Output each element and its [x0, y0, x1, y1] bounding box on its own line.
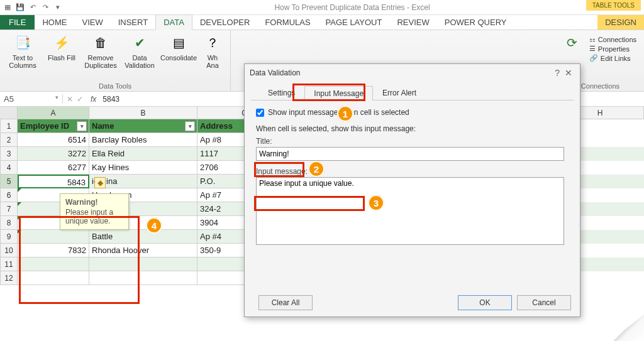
- flash-fill-button[interactable]: ⚡Flash Fill: [44, 33, 79, 62]
- tooltip-title: Warning!: [65, 198, 123, 207]
- show-input-message-checkbox[interactable]: Show input message when cell is selected: [256, 108, 569, 117]
- when-cell-selected-label: When cell is selected, show this input m…: [256, 124, 569, 133]
- tab-insert[interactable]: INSERT: [111, 15, 155, 30]
- tab-file[interactable]: FILE: [0, 15, 35, 30]
- select-all-corner[interactable]: [0, 107, 18, 119]
- row-header[interactable]: 12: [0, 271, 18, 285]
- edit-links-button[interactable]: 🔗 Edit Links: [589, 54, 636, 62]
- table-header-name[interactable]: Name: [89, 119, 197, 133]
- qat-dropdown-icon[interactable]: ▾: [53, 3, 63, 13]
- tab-home[interactable]: HOME: [35, 15, 74, 30]
- window-title: How To Prevent Duplicate Data Entries - …: [63, 3, 641, 12]
- validation-marker-icon: [18, 188, 21, 192]
- refresh-all-button[interactable]: ⟳: [562, 33, 583, 53]
- help-icon[interactable]: ?: [552, 68, 562, 78]
- tab-view[interactable]: VIEW: [74, 15, 110, 30]
- tab-formulas[interactable]: FORMULAS: [257, 15, 318, 30]
- remove-duplicates-button[interactable]: 🗑Remove Duplicates: [83, 33, 118, 69]
- cell[interactable]: [89, 271, 197, 285]
- cell[interactable]: 3272: [18, 147, 89, 161]
- properties-button[interactable]: ☰ Properties: [589, 45, 636, 53]
- tab-developer[interactable]: DEVELOPER: [192, 15, 257, 30]
- input-message-tooltip: Warning! Please input a unique value.: [60, 193, 129, 230]
- save-icon[interactable]: 💾: [15, 3, 25, 13]
- ribbon-tabs: FILE HOME VIEW INSERT DATA DEVELOPER FOR…: [0, 15, 644, 30]
- page-curl-decoration: [610, 315, 644, 341]
- undo-icon[interactable]: ↶: [28, 3, 38, 13]
- clear-all-button[interactable]: Clear All: [258, 295, 313, 310]
- fx-icon[interactable]: fx: [87, 95, 100, 104]
- cell[interactable]: Kay Hines: [89, 161, 197, 175]
- validation-marker-icon: [18, 202, 21, 206]
- whatif-button[interactable]: ？WhAna: [200, 33, 225, 69]
- redo-icon[interactable]: ↷: [40, 3, 50, 13]
- excel-icon: ▦: [3, 3, 13, 13]
- cell[interactable]: Barclay Robles: [89, 133, 197, 147]
- row-header[interactable]: 6: [0, 188, 18, 202]
- input-message-field-label: Input message:: [256, 167, 569, 176]
- ribbon-group-label: Data Tools: [5, 81, 225, 90]
- cell[interactable]: Battle: [89, 230, 197, 244]
- row-header[interactable]: 8: [0, 216, 18, 230]
- cell[interactable]: Rhonda Hoover: [89, 244, 197, 257]
- cancel-button[interactable]: Cancel: [517, 295, 571, 310]
- row-header[interactable]: 4: [0, 161, 18, 175]
- dialog-tab-input-message[interactable]: Input Message: [304, 86, 373, 100]
- formula-value[interactable]: 5843: [100, 95, 122, 104]
- title-field-label: Title:: [256, 137, 569, 146]
- col-header-a[interactable]: A: [18, 107, 89, 119]
- show-input-message-check[interactable]: [256, 109, 264, 117]
- quick-access-toolbar: ▦ 💾 ↶ ↷ ▾: [3, 3, 63, 13]
- row-header[interactable]: 10: [0, 244, 18, 257]
- contextual-tab-header: TABLE TOOLS: [586, 0, 641, 11]
- data-validation-dialog: Data Validation ? ✕ Settings Input Messa…: [244, 63, 580, 317]
- tab-design[interactable]: DESIGN: [597, 15, 644, 30]
- title-bar: ▦ 💾 ↶ ↷ ▾ How To Prevent Duplicate Data …: [0, 0, 644, 15]
- ok-button[interactable]: OK: [458, 295, 512, 310]
- dialog-tab-error-alert[interactable]: Error Alert: [373, 85, 426, 100]
- row-header[interactable]: 9: [0, 230, 18, 244]
- input-message-textarea[interactable]: [256, 177, 564, 245]
- close-icon[interactable]: ✕: [562, 68, 575, 78]
- row-header[interactable]: 3: [0, 147, 18, 161]
- col-header-b[interactable]: B: [89, 107, 197, 119]
- enter-formula-icon[interactable]: ✓: [77, 95, 83, 104]
- cell[interactable]: 6514: [18, 133, 89, 147]
- dialog-title: Data Validation: [250, 68, 301, 77]
- tab-page-layout[interactable]: PAGE LAYOUT: [318, 15, 390, 30]
- table-header-id[interactable]: Employee ID: [18, 119, 89, 133]
- active-cell[interactable]: 5843: [18, 175, 89, 188]
- tab-data[interactable]: DATA: [155, 14, 192, 30]
- tab-power-query[interactable]: POWER QUERY: [437, 15, 514, 30]
- name-box[interactable]: A5: [0, 94, 63, 104]
- cell[interactable]: 6277: [18, 161, 89, 175]
- cell[interactable]: [18, 230, 89, 244]
- tab-review[interactable]: REVIEW: [389, 15, 436, 30]
- row-header[interactable]: 1: [0, 119, 18, 133]
- row-header[interactable]: 11: [0, 257, 18, 271]
- validation-marker-icon: [18, 216, 21, 220]
- cancel-formula-icon[interactable]: ✕: [67, 95, 73, 104]
- cell[interactable]: [89, 257, 197, 271]
- cell[interactable]: Ella Reid: [89, 147, 197, 161]
- error-indicator-icon[interactable]: ◆: [94, 177, 106, 188]
- row-header[interactable]: 7: [0, 202, 18, 216]
- cell[interactable]: [18, 257, 89, 271]
- title-input[interactable]: [256, 147, 564, 161]
- cell[interactable]: [18, 271, 89, 285]
- validation-marker-icon: [18, 230, 21, 234]
- data-validation-button[interactable]: ✔Data Validation: [122, 33, 157, 69]
- text-to-columns-button[interactable]: 📑Text to Columns: [5, 33, 40, 69]
- row-header[interactable]: 5: [0, 175, 18, 188]
- row-header[interactable]: 2: [0, 133, 18, 147]
- consolidate-button[interactable]: ▤Consolidate: [161, 33, 196, 62]
- connections-button[interactable]: ⚏ Connections: [589, 35, 636, 43]
- dialog-tab-settings[interactable]: Settings: [258, 85, 304, 100]
- tooltip-body: Please input a unique value.: [65, 208, 113, 225]
- cell[interactable]: 7832: [18, 244, 89, 257]
